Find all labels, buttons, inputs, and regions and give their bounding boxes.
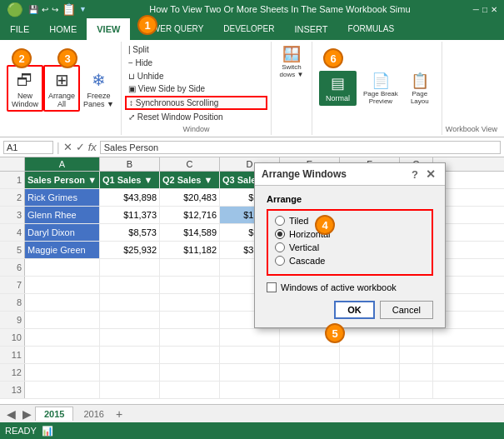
formula-input[interactable] — [100, 141, 501, 154]
radio-cascade[interactable]: Cascade — [275, 256, 425, 266]
formula-icons: ✕ ✓ fx — [63, 141, 97, 153]
freeze-panes-icon: ❄ — [87, 68, 111, 92]
page-layout-button[interactable]: 📋 PageLayou — [405, 68, 435, 108]
scroll-tabs-left-icon[interactable]: ◀ — [3, 407, 19, 421]
step-1-circle: 1 — [137, 15, 157, 35]
row-number: 13 — [0, 382, 25, 398]
radio-cascade-circle — [275, 256, 285, 266]
normal-view-label: Normal — [326, 94, 350, 102]
tab-home[interactable]: HOME — [39, 18, 87, 40]
cell-b3[interactable]: $11,373 — [100, 207, 160, 223]
tab-view[interactable]: VIEW — [87, 18, 130, 40]
tab-file[interactable]: FILE — [0, 18, 39, 40]
dialog-title: Arrange Windows — [262, 168, 347, 180]
cell-a3[interactable]: Glenn Rhee — [25, 207, 100, 223]
row-number: 5 — [0, 242, 25, 258]
new-window-label: NewWindow — [12, 92, 38, 108]
cell-c5[interactable]: $11,182 — [160, 242, 220, 258]
status-text: READY — [5, 426, 37, 436]
cell-c3[interactable]: $12,716 — [160, 207, 220, 223]
dialog-help-icon[interactable]: ? — [412, 168, 418, 181]
row-number: 10 — [0, 329, 25, 346]
sheet-tab-2015[interactable]: 2015 — [35, 407, 73, 421]
col-header-b[interactable]: B — [100, 157, 160, 171]
table-row: 10 — [0, 329, 504, 347]
table-row: 12 — [0, 364, 504, 382]
tab-developer[interactable]: DEVELOPER — [213, 18, 284, 40]
cell-b6[interactable] — [100, 259, 160, 276]
radio-tiled-label: Tiled — [289, 216, 308, 226]
dialog-buttons: OK Cancel — [267, 301, 433, 319]
split-button[interactable]: | Split — [125, 43, 267, 56]
cell-b4[interactable]: $8,573 — [100, 224, 160, 241]
cell-a2[interactable]: Rick Grimes — [25, 189, 100, 206]
col-header-c[interactable]: C — [160, 157, 220, 171]
normal-view-button[interactable]: ▤ Normal — [319, 71, 357, 106]
save-icon[interactable]: 💾 — [28, 5, 38, 14]
cell-a1[interactable]: Sales Person ▼ — [25, 172, 100, 188]
undo-icon[interactable]: ↩ — [42, 5, 48, 14]
hide-button[interactable]: − Hide — [125, 57, 267, 69]
cancel-button[interactable]: Cancel — [380, 301, 433, 319]
ok-button[interactable]: OK — [334, 301, 375, 319]
row-number: 8 — [0, 294, 25, 311]
cell-c2[interactable]: $20,483 — [160, 189, 220, 206]
formula-separator: | — [57, 141, 60, 154]
maximize-icon[interactable]: □ — [482, 5, 487, 14]
page-break-icon: 📄 — [372, 72, 390, 90]
close-icon[interactable]: ✕ — [491, 5, 497, 14]
synchronous-scrolling-button[interactable]: ↕ Synchronous Scrolling — [125, 96, 267, 110]
active-workbook-label: Windows of active workbook — [281, 282, 397, 292]
radio-vertical[interactable]: Vertical — [275, 242, 425, 252]
step-5-circle: 5 — [325, 323, 345, 343]
formula-confirm-icon[interactable]: ✓ — [76, 141, 85, 153]
cell-b2[interactable]: $43,898 — [100, 189, 160, 206]
reset-window-position-button[interactable]: ⤢ Reset Window Position — [125, 111, 267, 123]
tab-insert[interactable]: INSERT — [284, 18, 337, 40]
add-sheet-button[interactable]: + — [112, 407, 126, 421]
freeze-panes-button[interactable]: ❄ FreezePanes ▼ — [80, 67, 117, 110]
status-bar: READY 📊 — [0, 422, 504, 439]
redo-icon[interactable]: ↪ — [52, 5, 58, 14]
cell-c1[interactable]: Q2 Sales ▼ — [160, 172, 220, 188]
page-layout-icon: 📋 — [411, 72, 429, 90]
switch-windows-button[interactable]: 🪟 Switchdows ▼ — [275, 43, 308, 80]
row-number: 1 — [0, 172, 25, 188]
row-number: 4 — [0, 224, 25, 241]
cell-c4[interactable]: $14,589 — [160, 224, 220, 241]
formula-fx-icon[interactable]: fx — [88, 141, 97, 153]
radio-horizontal[interactable]: Horizontal — [275, 229, 425, 239]
table-row: 11 — [0, 347, 504, 364]
cell-a4[interactable]: Daryl Dixon — [25, 224, 100, 241]
cell-a5[interactable]: Maggie Green — [25, 242, 100, 258]
radio-horizontal-circle — [275, 229, 285, 239]
cell-a6[interactable] — [25, 259, 100, 276]
status-icon: 📊 — [42, 426, 53, 437]
dialog-close-button[interactable]: ✕ — [423, 167, 438, 182]
view-side-by-side-button[interactable]: ▣ View Side by Side — [125, 82, 267, 95]
cell-c6[interactable] — [160, 259, 220, 276]
tab-formulas[interactable]: FORMULAS — [338, 18, 405, 40]
minimize-icon[interactable]: ─ — [473, 5, 479, 14]
sheet-tab-2016[interactable]: 2016 — [75, 407, 112, 421]
cell-b1[interactable]: Q1 Sales ▼ — [100, 172, 160, 188]
new-window-button[interactable]: 🗗 NewWindow — [7, 65, 43, 112]
page-break-preview-button[interactable]: 📄 Page BreakPreview — [360, 68, 402, 108]
name-box[interactable] — [3, 141, 53, 154]
step-6-circle: 6 — [323, 48, 343, 68]
row-number: 12 — [0, 364, 25, 381]
radio-tiled-circle — [275, 216, 285, 226]
formula-cancel-icon[interactable]: ✕ — [63, 141, 72, 153]
step-3-circle: 3 — [57, 48, 77, 68]
arrange-all-button[interactable]: ⊞ ArrangeAll — [43, 65, 80, 112]
unhide-button[interactable]: ⊔ Unhide — [125, 70, 267, 82]
radio-tiled[interactable]: Tiled — [275, 216, 425, 226]
normal-view-icon: ▤ — [331, 74, 345, 92]
cell-b5[interactable]: $25,932 — [100, 242, 160, 258]
col-header-a[interactable]: A — [25, 157, 100, 171]
radio-vertical-circle — [275, 242, 285, 252]
active-workbook-checkbox[interactable] — [267, 282, 277, 292]
radio-cascade-label: Cascade — [289, 256, 325, 266]
new-window-icon: 🗗 — [13, 68, 37, 92]
scroll-tabs-right-icon[interactable]: ▶ — [19, 407, 35, 421]
